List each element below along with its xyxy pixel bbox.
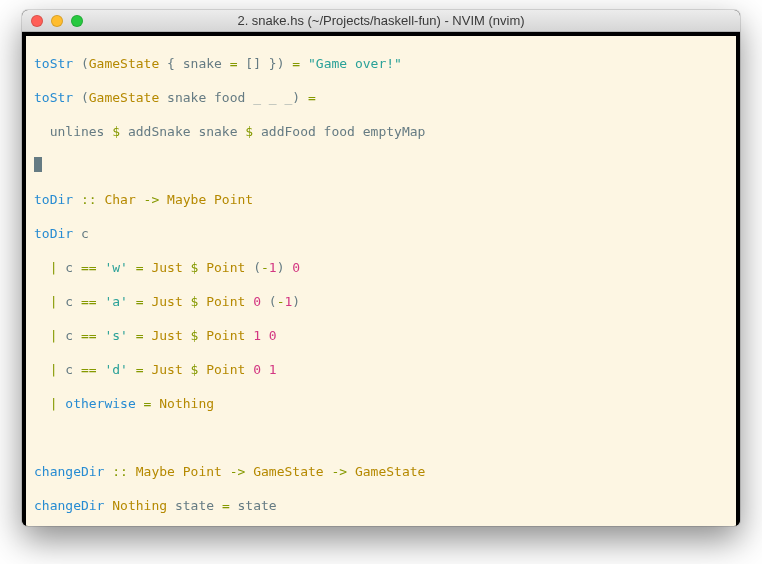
titlebar: 2. snake.hs (~/Projects/haskell-fun) - N…: [22, 10, 740, 32]
minimize-icon[interactable]: [51, 15, 63, 27]
editor-area[interactable]: toStr (GameState { snake = [] }) = "Game…: [26, 36, 736, 526]
terminal-window: 2. snake.hs (~/Projects/haskell-fun) - N…: [22, 10, 740, 526]
zoom-icon[interactable]: [71, 15, 83, 27]
close-icon[interactable]: [31, 15, 43, 27]
terminal-body: toStr (GameState { snake = [] }) = "Game…: [22, 32, 740, 526]
window-title: 2. snake.hs (~/Projects/haskell-fun) - N…: [22, 13, 740, 28]
cursor: [34, 157, 42, 172]
